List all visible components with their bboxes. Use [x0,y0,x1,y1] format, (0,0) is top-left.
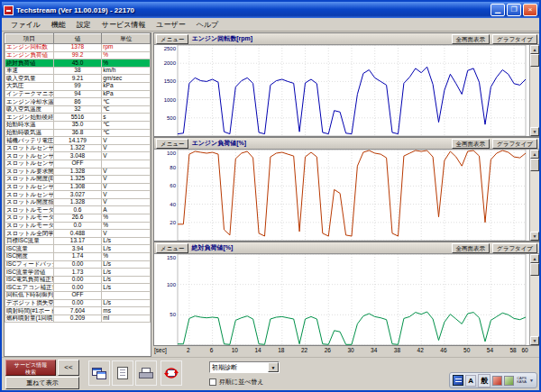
scroll-down-icon[interactable]: ▼ [530,127,539,136]
ime-pad-icon[interactable] [504,376,514,386]
table-row[interactable]: スロットル要求開度1.328V [5,168,151,176]
chart-title: エンジン回転数[rpm] [191,34,252,43]
menu-item-0[interactable]: ファイル [5,19,46,31]
ime-tool-icon[interactable] [492,376,502,386]
unit-cell: ℃ [102,121,151,129]
service-info-search-button[interactable]: サービス情報 検索 [5,360,56,376]
scroll-up-icon[interactable]: ▲ [530,45,539,54]
ime-input-mode[interactable]: A [465,375,476,387]
scroll-down-icon[interactable]: ▼ [530,336,539,345]
table-row[interactable]: スロットルモータ閉Duty比0.0% [5,222,151,230]
table-row[interactable]: エンジン回転数1378rpm [5,44,151,52]
close-button[interactable]: × [523,4,537,16]
ime-minimize-icon[interactable]: ▼ [529,378,534,383]
sort-ascending-checkbox[interactable] [209,378,216,386]
table-row[interactable]: スロットル全閉学習値0.488V [5,230,151,238]
table-row[interactable]: 始動時水温35.0℃ [5,121,151,129]
table-row[interactable]: 燃料噴射量(1回噴射)0.209ml [5,315,151,323]
table-row[interactable]: スロットル開度指令電圧1.328V [5,198,151,206]
table-row[interactable]: ISC開度1.74% [5,253,151,261]
table-row[interactable]: 車速38km/h [5,67,151,75]
chart-menu-button[interactable]: メニュー [156,139,188,149]
table-row[interactable]: 絶対負荷値45.0% [5,59,151,68]
value-cell: 1.322 [53,144,102,152]
chart-fullscreen-button[interactable]: 全画面表示 [452,139,491,149]
table-row[interactable]: ISCエアコン補正量0.00L/s [5,284,151,292]
table-row[interactable]: 噴射時間(#1ポート)7.604ms [5,307,151,315]
table-row[interactable]: スロットルセンサNo.2電圧3.027V [5,191,151,199]
item-cell: スロットルモータ電流 [5,206,54,214]
refresh-data-button[interactable] [160,360,182,386]
table-row[interactable]: インテークマニホールド圧94kPa [5,90,151,98]
chart-graphtype-button[interactable]: グラフタイプ [492,139,537,149]
unit-cell: L/s [102,260,151,269]
chart-menu-button[interactable]: メニュー [156,243,188,253]
table-row[interactable]: スロットルセンサNo.1電圧1.308V [5,183,151,191]
table-row[interactable]: ISC電気負荷補正量0.00L/s [5,276,151,284]
windows-view-button[interactable] [88,360,110,386]
report-button[interactable] [112,360,133,386]
scrollbar-thumb[interactable] [530,54,539,67]
table-row[interactable]: ISC流量学習値1.73L/s [5,269,151,277]
diagnosis-mode-dropdown[interactable]: 初期診断 ▼ [209,361,280,373]
value-cell: 35.0 [53,121,102,129]
overlay-display-button[interactable]: 重ねて表示 [5,377,79,389]
item-cell: スロットルセンサNo.1電圧 [5,144,54,152]
ime-conversion-mode[interactable]: 般 [478,374,491,387]
table-row[interactable]: 吸入空気量9.21gm/sec [5,75,151,83]
value-cell: 13.17 [53,237,102,245]
table-row[interactable]: スロットルセンサNo.1電圧1.322V [5,144,151,152]
item-cell: 始動時吸気温 [5,129,54,137]
scrollbar-thumb[interactable] [530,263,539,276]
print-button[interactable] [135,360,157,386]
table-row[interactable]: ISC流量3.94L/s [5,245,151,253]
table-row[interactable]: エンジン負荷値99.2% [5,51,151,59]
table-row[interactable]: スロットルモータ電流0.6A [5,206,151,214]
chart-graphtype-button[interactable]: グラフタイプ [492,243,537,253]
maximize-button[interactable]: ❐ [507,4,521,16]
value-cell: 0.0 [53,222,102,230]
menu-item-4[interactable]: ユーザー [151,19,190,31]
scroll-down-icon[interactable]: ▼ [530,232,539,241]
chart-fullscreen-button[interactable]: 全画面表示 [452,34,491,44]
scroll-up-icon[interactable]: ▲ [530,150,539,159]
value-cell: 0.00 [53,260,102,269]
table-row[interactable]: 補機バッテリ電圧14.179V [5,137,151,145]
table-row[interactable]: スロットルセンサNo.2電圧3.048V [5,152,151,160]
menu-item-5[interactable]: ヘルプ [191,19,225,31]
svg-text:100: 100 [167,150,177,156]
item-cell: エンジン始動後経過時間 [5,114,54,122]
unit-cell: gm/sec [102,75,151,83]
scrollbar-thumb[interactable] [530,159,539,171]
chart-scrollbar[interactable]: ▲▼ [529,45,539,136]
svg-text:2500: 2500 [164,46,177,51]
table-row[interactable]: 目標ISC流量13.17L/s [5,237,151,245]
minimize-button[interactable]: ▁ [491,4,505,16]
chevron-down-icon[interactable]: ▼ [268,362,279,372]
sort-ascending-option[interactable]: 昇順に並べ替え [209,378,264,387]
table-row[interactable]: 回転低下時制御判定状態OFF [5,292,151,300]
table-row[interactable]: 吸入空気温度32℃ [5,105,151,114]
table-row[interactable]: デポジット損失空気量0.00L/s [5,299,151,307]
table-row[interactable]: ISCフィードバック量0.00L/s [5,260,151,269]
table-row[interactable]: 大気圧99kPa [5,82,151,90]
chart-scrollbar[interactable]: ▲▼ [529,150,539,241]
table-row[interactable]: エンジン始動後経過時間5516s [5,114,151,122]
table-row[interactable]: エンジン冷却水温86℃ [5,98,151,106]
chart-menu-button[interactable]: メニュー [156,34,188,44]
menu-item-1[interactable]: 機能 [46,19,71,31]
table-row[interactable]: スロットル開度(ECU指令値)1.325V [5,176,151,184]
collapse-button[interactable]: << [58,360,79,376]
value-cell: 9.21 [53,75,102,83]
keyboard-icon[interactable] [453,375,463,386]
menu-item-3[interactable]: サービス情報 [96,19,151,31]
chart-graphtype-button[interactable]: グラフタイプ [492,34,537,44]
table-row[interactable]: スロットルセンサ全閉状態OFF [5,160,151,168]
chart-fullscreen-button[interactable]: 全画面表示 [452,243,491,253]
item-cell: エンジン負荷値 [5,51,54,59]
chart-scrollbar[interactable]: ▲▼ [529,254,539,345]
table-row[interactable]: 始動時吸気温36.8℃ [5,129,151,137]
table-row[interactable]: スロットルモータ開Duty比26.6% [5,214,151,223]
scroll-up-icon[interactable]: ▲ [530,254,539,263]
menu-item-2[interactable]: 設定 [71,19,96,31]
